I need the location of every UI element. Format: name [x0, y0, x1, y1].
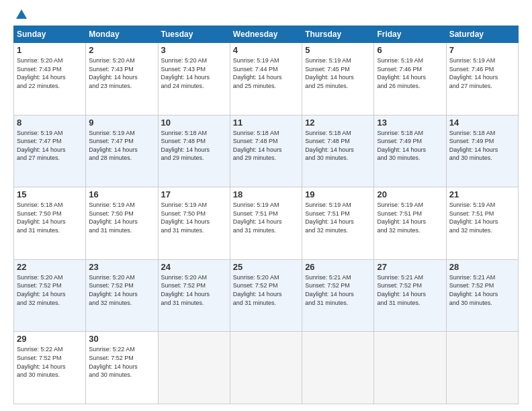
day-number: 21	[449, 189, 515, 199]
calendar-cell	[158, 332, 230, 404]
calendar-cell: 29Sunrise: 5:22 AMSunset: 7:52 PMDayligh…	[14, 332, 86, 404]
calendar-cell: 15Sunrise: 5:18 AMSunset: 7:50 PMDayligh…	[14, 187, 86, 260]
day-number: 26	[305, 262, 371, 272]
day-number: 12	[305, 118, 371, 128]
calendar-cell: 9Sunrise: 5:19 AMSunset: 7:47 PMDaylight…	[86, 115, 158, 187]
calendar-cell: 27Sunrise: 5:21 AMSunset: 7:52 PMDayligh…	[374, 259, 446, 332]
calendar-cell: 10Sunrise: 5:18 AMSunset: 7:48 PMDayligh…	[158, 115, 230, 187]
day-number: 28	[449, 262, 515, 272]
calendar-cell: 11Sunrise: 5:18 AMSunset: 7:48 PMDayligh…	[230, 115, 302, 187]
calendar-cell: 22Sunrise: 5:20 AMSunset: 7:52 PMDayligh…	[14, 259, 86, 332]
cell-info: Sunrise: 5:19 AMSunset: 7:47 PMDaylight:…	[89, 129, 154, 163]
calendar-cell: 1Sunrise: 5:20 AMSunset: 7:43 PMDaylight…	[14, 43, 86, 116]
cell-info: Sunrise: 5:22 AMSunset: 7:52 PMDaylight:…	[89, 345, 154, 379]
cell-info: Sunrise: 5:21 AMSunset: 7:52 PMDaylight:…	[449, 273, 515, 307]
cell-info: Sunrise: 5:20 AMSunset: 7:43 PMDaylight:…	[17, 56, 83, 90]
calendar-cell	[446, 332, 518, 404]
cell-info: Sunrise: 5:19 AMSunset: 7:50 PMDaylight:…	[161, 201, 227, 234]
cell-info: Sunrise: 5:20 AMSunset: 7:43 PMDaylight:…	[161, 56, 227, 90]
calendar-header-tuesday: Tuesday	[158, 26, 230, 43]
day-number: 30	[89, 334, 154, 344]
day-number: 10	[161, 118, 227, 128]
day-number: 2	[89, 45, 154, 55]
cell-info: Sunrise: 5:18 AMSunset: 7:50 PMDaylight:…	[17, 201, 83, 234]
cell-info: Sunrise: 5:20 AMSunset: 7:52 PMDaylight:…	[233, 273, 299, 307]
logo	[13, 12, 27, 19]
calendar-cell: 20Sunrise: 5:19 AMSunset: 7:51 PMDayligh…	[374, 187, 446, 260]
cell-info: Sunrise: 5:22 AMSunset: 7:52 PMDaylight:…	[17, 345, 83, 379]
day-number: 17	[161, 189, 227, 199]
cell-info: Sunrise: 5:20 AMSunset: 7:52 PMDaylight:…	[161, 273, 227, 307]
day-number: 3	[161, 45, 227, 55]
cell-info: Sunrise: 5:19 AMSunset: 7:50 PMDaylight:…	[89, 201, 154, 234]
cell-info: Sunrise: 5:19 AMSunset: 7:47 PMDaylight:…	[17, 129, 83, 163]
day-number: 6	[377, 45, 443, 55]
cell-info: Sunrise: 5:18 AMSunset: 7:49 PMDaylight:…	[449, 129, 515, 163]
day-number: 7	[449, 45, 515, 55]
cell-info: Sunrise: 5:19 AMSunset: 7:46 PMDaylight:…	[449, 56, 515, 90]
calendar-cell: 19Sunrise: 5:19 AMSunset: 7:51 PMDayligh…	[302, 187, 374, 260]
calendar-cell: 23Sunrise: 5:20 AMSunset: 7:52 PMDayligh…	[86, 259, 158, 332]
day-number: 8	[17, 118, 83, 128]
calendar-header-monday: Monday	[86, 26, 158, 43]
calendar-cell: 17Sunrise: 5:19 AMSunset: 7:50 PMDayligh…	[158, 187, 230, 260]
cell-info: Sunrise: 5:20 AMSunset: 7:52 PMDaylight:…	[89, 273, 154, 307]
calendar-cell	[302, 332, 374, 404]
calendar-cell	[230, 332, 302, 404]
day-number: 4	[233, 45, 299, 55]
calendar-cell: 3Sunrise: 5:20 AMSunset: 7:43 PMDaylight…	[158, 43, 230, 116]
cell-info: Sunrise: 5:19 AMSunset: 7:44 PMDaylight:…	[233, 56, 299, 90]
cell-info: Sunrise: 5:19 AMSunset: 7:51 PMDaylight:…	[233, 201, 299, 234]
calendar-cell: 26Sunrise: 5:21 AMSunset: 7:52 PMDayligh…	[302, 259, 374, 332]
cell-info: Sunrise: 5:18 AMSunset: 7:48 PMDaylight:…	[305, 129, 371, 163]
cell-info: Sunrise: 5:20 AMSunset: 7:43 PMDaylight:…	[89, 56, 154, 90]
calendar-cell: 14Sunrise: 5:18 AMSunset: 7:49 PMDayligh…	[446, 115, 518, 187]
calendar-cell: 6Sunrise: 5:19 AMSunset: 7:46 PMDaylight…	[374, 43, 446, 116]
day-number: 1	[17, 45, 83, 55]
cell-info: Sunrise: 5:20 AMSunset: 7:52 PMDaylight:…	[17, 273, 83, 307]
calendar-table: SundayMondayTuesdayWednesdayThursdayFrid…	[13, 26, 519, 404]
page: SundayMondayTuesdayWednesdayThursdayFrid…	[0, 0, 532, 411]
calendar-cell: 7Sunrise: 5:19 AMSunset: 7:46 PMDaylight…	[446, 43, 518, 116]
day-number: 14	[449, 118, 515, 128]
logo-triangle-icon	[16, 9, 27, 19]
calendar-cell: 30Sunrise: 5:22 AMSunset: 7:52 PMDayligh…	[86, 332, 158, 404]
calendar-cell: 4Sunrise: 5:19 AMSunset: 7:44 PMDaylight…	[230, 43, 302, 116]
calendar-header-friday: Friday	[374, 26, 446, 43]
cell-info: Sunrise: 5:18 AMSunset: 7:49 PMDaylight:…	[377, 129, 443, 163]
header	[13, 12, 519, 19]
cell-info: Sunrise: 5:18 AMSunset: 7:48 PMDaylight:…	[161, 129, 227, 163]
cell-info: Sunrise: 5:18 AMSunset: 7:48 PMDaylight:…	[233, 129, 299, 163]
calendar-cell: 21Sunrise: 5:19 AMSunset: 7:51 PMDayligh…	[446, 187, 518, 260]
calendar-cell: 2Sunrise: 5:20 AMSunset: 7:43 PMDaylight…	[86, 43, 158, 116]
cell-info: Sunrise: 5:19 AMSunset: 7:46 PMDaylight:…	[377, 56, 443, 90]
day-number: 23	[89, 262, 154, 272]
day-number: 13	[377, 118, 443, 128]
calendar-header-wednesday: Wednesday	[230, 26, 302, 43]
day-number: 11	[233, 118, 299, 128]
calendar-cell: 25Sunrise: 5:20 AMSunset: 7:52 PMDayligh…	[230, 259, 302, 332]
day-number: 9	[89, 118, 154, 128]
calendar-cell: 8Sunrise: 5:19 AMSunset: 7:47 PMDaylight…	[14, 115, 86, 187]
cell-info: Sunrise: 5:19 AMSunset: 7:51 PMDaylight:…	[449, 201, 515, 234]
calendar-header-thursday: Thursday	[302, 26, 374, 43]
day-number: 25	[233, 262, 299, 272]
calendar-header-saturday: Saturday	[446, 26, 518, 43]
cell-info: Sunrise: 5:19 AMSunset: 7:51 PMDaylight:…	[305, 201, 371, 234]
day-number: 15	[17, 189, 83, 199]
cell-info: Sunrise: 5:21 AMSunset: 7:52 PMDaylight:…	[377, 273, 443, 307]
calendar-cell: 13Sunrise: 5:18 AMSunset: 7:49 PMDayligh…	[374, 115, 446, 187]
day-number: 20	[377, 189, 443, 199]
cell-info: Sunrise: 5:19 AMSunset: 7:51 PMDaylight:…	[377, 201, 443, 234]
calendar-cell: 16Sunrise: 5:19 AMSunset: 7:50 PMDayligh…	[86, 187, 158, 260]
calendar-cell: 5Sunrise: 5:19 AMSunset: 7:45 PMDaylight…	[302, 43, 374, 116]
day-number: 16	[89, 189, 154, 199]
day-number: 5	[305, 45, 371, 55]
cell-info: Sunrise: 5:21 AMSunset: 7:52 PMDaylight:…	[305, 273, 371, 307]
calendar-header-sunday: Sunday	[14, 26, 86, 43]
day-number: 19	[305, 189, 371, 199]
day-number: 18	[233, 189, 299, 199]
day-number: 24	[161, 262, 227, 272]
cell-info: Sunrise: 5:19 AMSunset: 7:45 PMDaylight:…	[305, 56, 371, 90]
calendar-cell: 12Sunrise: 5:18 AMSunset: 7:48 PMDayligh…	[302, 115, 374, 187]
